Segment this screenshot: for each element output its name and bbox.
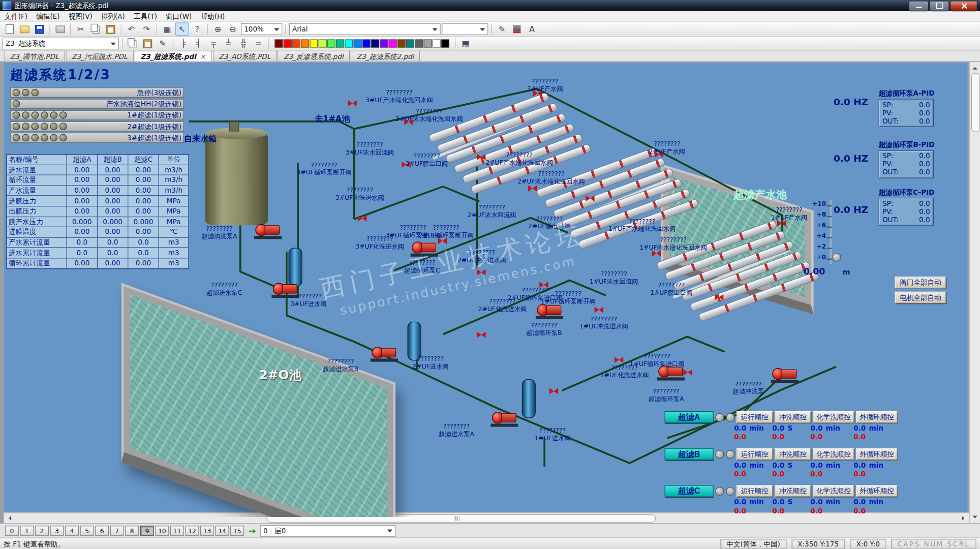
run-seq-button[interactable]: 运行顺控: [737, 485, 773, 497]
tab-close-icon[interactable]: ×: [200, 52, 205, 60]
copy-button[interactable]: [89, 22, 103, 36]
redo-button[interactable]: ↷: [140, 22, 154, 36]
ext-circ-seq-button[interactable]: 外循环顺控: [856, 411, 897, 423]
cut-button[interactable]: ✂: [74, 22, 87, 36]
palette-swatch[interactable]: [415, 40, 423, 48]
layer-button[interactable]: 13: [200, 526, 214, 536]
vertical-scrollbar[interactable]: [969, 62, 980, 523]
palette-swatch[interactable]: [274, 40, 283, 48]
layer-button[interactable]: 15: [230, 526, 244, 536]
distribute-button[interactable]: ═: [252, 37, 265, 50]
layer-button[interactable]: 6: [95, 526, 109, 536]
layer-button[interactable]: 12: [185, 526, 199, 536]
valve-icon[interactable]: [586, 195, 594, 201]
vertical-scroll-thumb[interactable]: [971, 73, 980, 132]
layer-button[interactable]: 4: [65, 526, 79, 536]
chem-wash-seq-button[interactable]: 化学洗顺控: [813, 448, 854, 460]
valve-icon[interactable]: [477, 332, 485, 338]
palette-swatch[interactable]: [406, 40, 414, 48]
valve-icon[interactable]: [549, 388, 558, 394]
circ-pump-b-icon[interactable]: [536, 303, 563, 319]
line-color-button[interactable]: ✎: [495, 22, 509, 36]
palette-swatch[interactable]: [397, 40, 406, 48]
pen-tool-button[interactable]: ✎: [156, 37, 170, 50]
scroll-up-icon[interactable]: [972, 65, 977, 70]
drawing-canvas[interactable]: 西门子工业技术论坛 support.industry.siemens.com 超…: [4, 63, 967, 517]
layer-button[interactable]: 14: [216, 526, 229, 536]
layer-button[interactable]: 0: [5, 526, 19, 536]
ext-circ-seq-button[interactable]: 外循环顺控: [856, 448, 897, 460]
paste-button[interactable]: [104, 22, 117, 36]
print-button[interactable]: [53, 22, 67, 36]
palette-swatch[interactable]: [433, 40, 441, 48]
layer-selector[interactable]: 0 - 层0: [260, 525, 395, 536]
menu-item[interactable]: 窗口(W): [162, 12, 196, 21]
palette-swatch[interactable]: [310, 40, 318, 48]
flush-seq-button[interactable]: 冲洗顺控: [775, 448, 811, 460]
layer-button[interactable]: 9: [140, 526, 154, 536]
ext-circ-seq-button[interactable]: 外循环顺控: [856, 485, 897, 497]
circ-pump-c-icon[interactable]: [411, 240, 438, 257]
object-selector[interactable]: Z3_超滤系统: [3, 38, 119, 49]
uf-b-button[interactable]: 超滤B: [664, 448, 713, 460]
scroll-down-icon[interactable]: [972, 515, 977, 521]
tab-z3-chaolvxitong[interactable]: Z3_超滤系统.pdl×: [134, 51, 212, 62]
help-pointer-button[interactable]: ?: [190, 22, 204, 36]
close-button[interactable]: [950, 1, 977, 11]
layer-button[interactable]: 7: [110, 526, 124, 536]
tab-z3-wunituoshui[interactable]: Z3_污泥脱水.PDL: [66, 51, 134, 62]
layer-button[interactable]: 11: [170, 526, 184, 536]
menu-item[interactable]: 帮助(H): [196, 12, 229, 21]
flush-seq-button[interactable]: 冲洗顺控: [775, 411, 811, 423]
tab-z3-fanshentou[interactable]: Z3_反渗透系统.pdl: [278, 51, 350, 62]
align-left-button[interactable]: ╞: [176, 37, 190, 50]
valve-icon[interactable]: [348, 100, 357, 106]
feed-pump-a-icon[interactable]: [491, 411, 518, 427]
zoom-out-button[interactable]: ⊖: [226, 22, 239, 36]
feed-pump-b-icon[interactable]: [371, 346, 398, 362]
menu-item[interactable]: 编辑(E): [32, 12, 64, 21]
palette-swatch[interactable]: [362, 40, 371, 48]
valve-icon[interactable]: [477, 269, 485, 275]
palette-swatch[interactable]: [423, 40, 432, 48]
layer-button[interactable]: 8: [125, 526, 139, 536]
save-button[interactable]: [33, 22, 46, 36]
palette-swatch[interactable]: [380, 40, 388, 48]
chem-wash-seq-button[interactable]: 化学洗顺控: [813, 411, 854, 423]
valve-icon[interactable]: [683, 369, 692, 375]
tab-z3-ao[interactable]: Z3_AO系统.PDL: [212, 51, 277, 62]
minimize-button[interactable]: [909, 1, 929, 11]
palette-swatch[interactable]: [345, 40, 353, 48]
palette-swatch[interactable]: [292, 40, 300, 48]
valve-icon[interactable]: [652, 250, 661, 256]
chem-wash-seq-button[interactable]: 化学洗顺控: [813, 485, 854, 497]
align-bottom-button[interactable]: ╧: [222, 37, 235, 50]
tab-z3-chaolvxitong2[interactable]: Z3_超滤系统2.pdl: [350, 51, 420, 62]
undo-button[interactable]: ↶: [125, 22, 138, 36]
valve-icon[interactable]: [715, 294, 723, 300]
copy-properties-button[interactable]: [126, 37, 139, 50]
paste-properties-button[interactable]: [141, 37, 155, 50]
run-seq-button[interactable]: 运行顺控: [737, 448, 773, 460]
flush-seq-button[interactable]: 冲洗顺控: [775, 485, 811, 497]
grid-toggle-button[interactable]: ▦: [160, 22, 174, 36]
valve-icon[interactable]: [438, 238, 447, 244]
selection-tool-button[interactable]: ↖: [175, 22, 189, 36]
align-top-button[interactable]: ╤: [206, 37, 220, 50]
palette-swatch[interactable]: [327, 40, 335, 48]
menu-item[interactable]: 文件(F): [0, 12, 32, 21]
maximize-button[interactable]: [929, 1, 949, 11]
valve-icon[interactable]: [477, 154, 485, 160]
uf-c-button[interactable]: 超滤C: [664, 485, 713, 497]
palette-swatch[interactable]: [371, 40, 379, 48]
new-file-button[interactable]: [3, 22, 16, 36]
palette-swatch[interactable]: [301, 40, 309, 48]
valve-icon[interactable]: [528, 185, 537, 191]
valves-all-auto-button[interactable]: 阀门全部自动: [895, 277, 946, 288]
run-seq-button[interactable]: 运行顺控: [737, 411, 773, 423]
valve-icon[interactable]: [615, 357, 623, 363]
font-size-select[interactable]: [442, 23, 488, 35]
clean-pump-a-icon[interactable]: [254, 223, 282, 239]
palette-swatch[interactable]: [284, 40, 292, 48]
palette-swatch[interactable]: [441, 40, 449, 48]
